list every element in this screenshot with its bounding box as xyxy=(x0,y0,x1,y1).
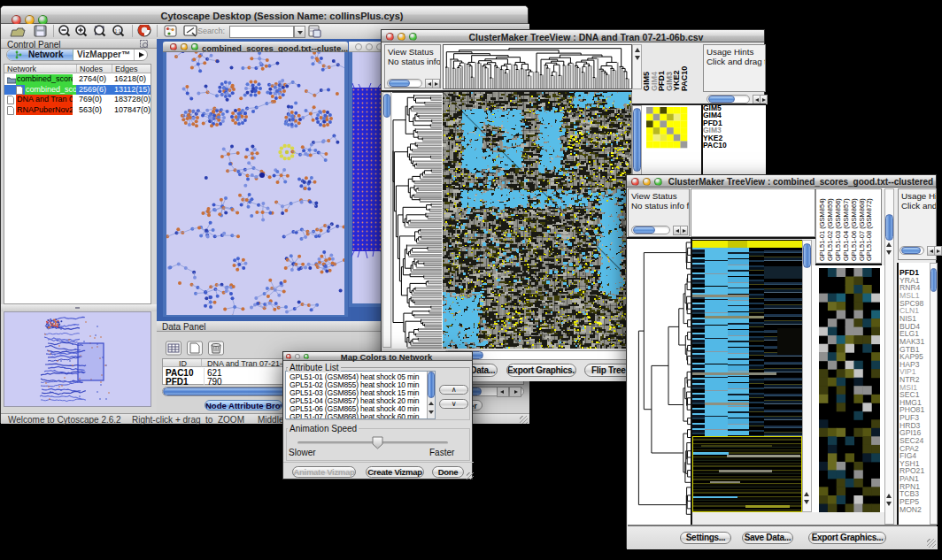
svg-text:GPL51-07 (GSM868): GPL51-07 (GSM868) xyxy=(858,198,866,261)
svg-text:MON2: MON2 xyxy=(900,505,922,514)
svg-text:GPL51-01 (GSM854): GPL51-01 (GSM854) xyxy=(818,198,826,261)
svg-text:GPL51-04 (GSM857): GPL51-04 (GSM857) xyxy=(842,198,850,261)
svg-text:GPL51-03 (GSM856): GPL51-03 (GSM856) xyxy=(834,198,842,261)
svg-text:PAC10: PAC10 xyxy=(680,66,689,91)
svg-text:1:1: 1:1 xyxy=(115,28,121,34)
svg-text:GPL51-02 (GSM855): GPL51-02 (GSM855) xyxy=(826,198,834,261)
svg-text:GPL51-06 (GSM865): GPL51-06 (GSM865) xyxy=(850,198,858,261)
svg-text:GPL51-08 (GSM872): GPL51-08 (GSM872) xyxy=(865,198,873,261)
svg-text:Search:: Search: xyxy=(197,27,225,35)
